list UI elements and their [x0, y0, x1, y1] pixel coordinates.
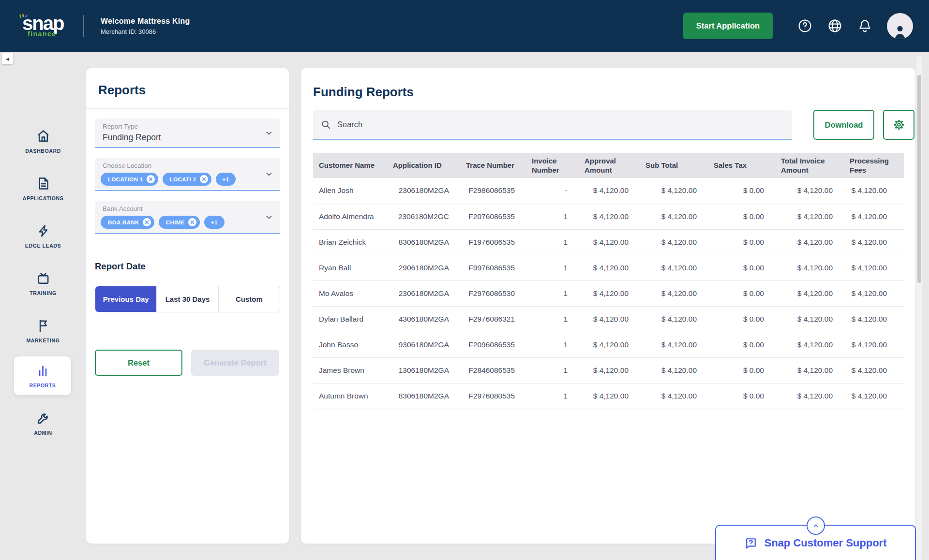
column-header: Application ID [393, 153, 466, 178]
date-option-last-30-days[interactable]: Last 30 Days [156, 286, 218, 312]
globe-icon[interactable] [827, 18, 842, 34]
bar-chart-icon [35, 363, 50, 378]
table-cell: - [532, 178, 584, 204]
sidebar-collapse-button[interactable]: ◀ [2, 53, 13, 64]
table-cell: $ 4,120.00 [645, 204, 714, 229]
table-cell: 8306180M2GA [393, 383, 466, 409]
table-row: Adolfo Almendra2306180M2GCF20760865351$ … [313, 204, 904, 229]
table-cell: $ 4,120.00 [645, 229, 714, 255]
location-chip[interactable]: LOCATI 2 [163, 173, 211, 186]
search-box [313, 110, 792, 140]
table-cell: $ 4,120.00 [584, 383, 645, 409]
table-cell: John Basso [313, 332, 393, 357]
sidebar-item-dashboard[interactable]: DASHBOARD [0, 122, 86, 161]
date-option-previous-day[interactable]: Previous Day [95, 286, 156, 312]
chip-close-icon[interactable] [200, 175, 208, 183]
table-cell: $ 0.00 [714, 280, 781, 306]
sidebar-item-admin[interactable]: ADMIN [0, 404, 86, 442]
report-date-heading: Report Date [95, 261, 289, 272]
report-type-value: Funding Report [103, 133, 261, 143]
bank-account-label: Bank Account [103, 205, 261, 212]
table-cell: 1 [532, 255, 584, 280]
table-cell: $ 0.00 [714, 229, 781, 255]
divider [86, 108, 289, 109]
chip-label: BOA BANK [108, 220, 139, 225]
table-cell: $ 4,120.00 [781, 178, 850, 204]
sidebar-item-label: DASHBOARD [25, 148, 61, 154]
sidebar-item-applications[interactable]: APPLICATIONS [0, 169, 86, 208]
sidebar-item-training[interactable]: TRAINING [0, 264, 86, 303]
table-cell: $ 4,120.00 [781, 280, 850, 306]
table-cell: $ 4,120.00 [781, 204, 850, 229]
table-cell: F9976086535 [466, 255, 532, 280]
wrench-icon [36, 411, 51, 426]
chip-label: LOCATION 1 [108, 177, 143, 182]
column-header: Sub Total [645, 153, 714, 178]
customer-support-widget[interactable]: Snap Customer Support [715, 525, 916, 560]
sidebar-item-label: MARKETING [27, 338, 60, 343]
start-application-button[interactable]: Start Application [683, 13, 773, 39]
table-cell: 1 [532, 229, 584, 255]
help-icon[interactable] [797, 18, 812, 34]
page-scrollbar-thumb[interactable] [917, 75, 921, 283]
funding-reports-panel: Funding Reports Download [301, 68, 915, 544]
report-type-select[interactable]: Report Type Funding Report [95, 118, 280, 148]
report-toolbar: Download [313, 110, 913, 140]
sidebar-item-label: EDGE LEADS [25, 243, 61, 249]
header-left: snap finance Welcome Mattress King Merch… [19, 15, 190, 38]
search-input[interactable] [337, 120, 784, 129]
logo-brand-text: snap [22, 15, 76, 32]
table-cell: $ 4,120.00 [850, 204, 904, 229]
tv-icon [36, 271, 51, 286]
table-cell: 1 [532, 204, 584, 229]
column-header: Total Invoice Amount [781, 153, 850, 178]
bank-chip[interactable]: BOA BANK [101, 216, 154, 229]
merchant-info: Welcome Mattress King Merchant ID: 30086 [101, 17, 190, 35]
sidebar-item-reports[interactable]: REPORTS [14, 356, 71, 395]
bank-account-select[interactable]: Bank Account BOA BANK CHIME +1 [95, 201, 280, 234]
bell-icon[interactable] [857, 18, 872, 34]
table-cell: Dylan Ballard [313, 306, 393, 332]
table-cell: $ 4,120.00 [850, 383, 904, 409]
table-cell: $ 4,120.00 [584, 332, 645, 357]
reset-button[interactable]: Reset [95, 350, 182, 376]
table-cell: $ 4,120.00 [850, 255, 904, 280]
table-cell: 1 [532, 280, 584, 306]
table-cell: Autumn Brown [313, 383, 393, 409]
column-header: Processing Fees [850, 153, 904, 178]
support-expand-button[interactable] [807, 516, 825, 535]
bank-chip[interactable]: CHIME [159, 216, 200, 229]
sidebar-item-marketing[interactable]: MARKETING [0, 311, 86, 350]
table-row: Ryan Ball2906180M2GAF99760865351$ 4,120.… [313, 255, 904, 280]
table-cell: $ 4,120.00 [584, 204, 645, 229]
bank-more-chip[interactable]: +1 [204, 216, 225, 229]
table-cell: $ 4,120.00 [850, 332, 904, 357]
sidebar-item-label: ADMIN [34, 430, 52, 436]
chip-close-icon[interactable] [188, 218, 196, 226]
location-chip[interactable]: LOCATION 1 [101, 173, 158, 186]
chip-close-icon[interactable] [147, 175, 155, 183]
table-cell: 2906180M2GA [393, 255, 466, 280]
table-cell: Brian Zeichick [313, 229, 393, 255]
sidebar-item-label: REPORTS [30, 383, 56, 388]
merchant-id: Merchant ID: 30086 [101, 28, 190, 35]
table-cell: $ 4,120.00 [645, 383, 714, 409]
sidebar-item-edge-leads[interactable]: EDGE LEADS [0, 217, 86, 255]
table-cell: $ 0.00 [714, 204, 781, 229]
generate-report-button[interactable]: Generate Report [191, 350, 279, 376]
table-cell: F2976080535 [466, 383, 532, 409]
table-cell: F2846086535 [466, 357, 532, 383]
table-cell: 9306180M2GA [393, 332, 466, 357]
location-more-chip[interactable]: +1 [216, 173, 236, 186]
column-header: Approval Amount [584, 153, 645, 178]
table-cell: $ 4,120.00 [781, 229, 850, 255]
user-avatar[interactable] [887, 13, 913, 39]
chip-close-icon[interactable] [143, 218, 151, 226]
settings-button[interactable] [883, 110, 914, 140]
table-cell: $ 4,120.00 [781, 255, 850, 280]
choose-location-select[interactable]: Choose Location LOCATION 1 LOCATI 2 +1 [95, 158, 280, 191]
date-option-custom[interactable]: Custom [218, 286, 280, 312]
table-cell: $ 4,120.00 [850, 280, 904, 306]
table-cell: 1 [532, 332, 584, 357]
download-button[interactable]: Download [813, 110, 874, 140]
